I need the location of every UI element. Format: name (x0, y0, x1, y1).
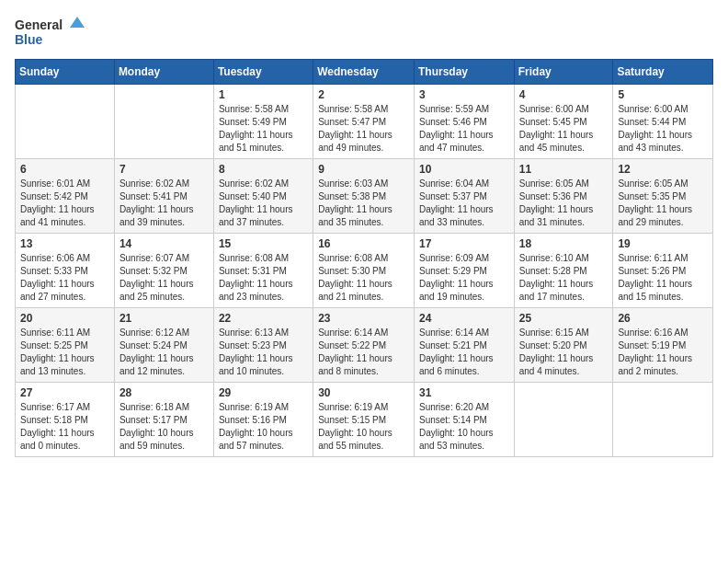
cell-info: Daylight: 11 hours and 45 minutes. (519, 129, 609, 155)
day-number: 24 (419, 312, 509, 325)
day-number: 28 (119, 386, 209, 399)
cell-info: Sunrise: 6:19 AM (318, 401, 409, 414)
cell-info: Sunset: 5:21 PM (419, 339, 509, 352)
cell-info: Sunset: 5:18 PM (20, 414, 109, 427)
calendar-cell: 10Sunrise: 6:04 AMSunset: 5:37 PMDayligh… (414, 159, 514, 234)
cell-info: Sunset: 5:17 PM (119, 414, 209, 427)
header-row: SundayMondayTuesdayWednesdayThursdayFrid… (16, 60, 713, 85)
day-number: 16 (318, 237, 409, 250)
cell-info: Daylight: 11 hours and 43 minutes. (618, 129, 708, 155)
calendar-week-3: 13Sunrise: 6:06 AMSunset: 5:33 PMDayligh… (16, 234, 713, 308)
calendar-cell: 31Sunrise: 6:20 AMSunset: 5:14 PMDayligh… (414, 383, 514, 457)
cell-info: Daylight: 11 hours and 33 minutes. (419, 203, 509, 229)
calendar-cell: 20Sunrise: 6:11 AMSunset: 5:25 PMDayligh… (16, 308, 115, 383)
logo-svg: General Blue (15, 15, 88, 52)
cell-info: Sunrise: 6:02 AM (219, 178, 308, 190)
calendar-cell: 2Sunrise: 5:58 AMSunset: 5:47 PMDaylight… (313, 85, 415, 159)
cell-info: Sunrise: 6:04 AM (419, 178, 509, 190)
calendar-cell: 28Sunrise: 6:18 AMSunset: 5:17 PMDayligh… (114, 383, 213, 457)
cell-info: Sunset: 5:46 PM (419, 116, 509, 129)
day-number: 9 (318, 163, 409, 176)
day-number: 27 (20, 386, 109, 399)
cell-info: Daylight: 11 hours and 29 minutes. (618, 203, 708, 229)
cell-info: Sunset: 5:26 PM (618, 265, 708, 278)
cell-info: Sunrise: 6:11 AM (618, 252, 708, 265)
cell-info: Sunset: 5:49 PM (219, 116, 308, 129)
cell-info: Daylight: 11 hours and 4 minutes. (519, 352, 609, 378)
calendar-cell: 18Sunrise: 6:10 AMSunset: 5:28 PMDayligh… (514, 234, 613, 308)
cell-info: Daylight: 11 hours and 47 minutes. (419, 129, 509, 155)
cell-info: Sunset: 5:30 PM (318, 265, 409, 278)
cell-info: Daylight: 11 hours and 27 minutes. (20, 278, 109, 304)
cell-info: Daylight: 11 hours and 23 minutes. (219, 278, 308, 304)
day-number: 12 (618, 163, 708, 176)
cell-info: Daylight: 11 hours and 17 minutes. (519, 278, 609, 304)
day-number: 11 (519, 163, 609, 176)
cell-info: Sunset: 5:23 PM (219, 339, 308, 352)
day-number: 1 (219, 88, 308, 101)
cell-info: Sunrise: 6:17 AM (20, 401, 109, 414)
cell-info: Sunrise: 6:03 AM (318, 178, 409, 190)
cell-info: Sunrise: 6:02 AM (119, 178, 209, 190)
cell-info: Sunrise: 6:06 AM (20, 252, 109, 265)
cell-info: Sunset: 5:28 PM (519, 265, 609, 278)
day-number: 15 (219, 237, 308, 250)
day-number: 31 (419, 386, 509, 399)
day-number: 22 (219, 312, 308, 325)
cell-info: Sunrise: 6:19 AM (219, 401, 308, 414)
logo: General Blue (15, 15, 88, 52)
cell-info: Sunrise: 6:10 AM (519, 252, 609, 265)
header-day-sunday: Sunday (16, 60, 115, 85)
header-day-wednesday: Wednesday (313, 60, 415, 85)
calendar-cell: 19Sunrise: 6:11 AMSunset: 5:26 PMDayligh… (613, 234, 713, 308)
day-number: 30 (318, 386, 409, 399)
cell-info: Sunrise: 6:07 AM (119, 252, 209, 265)
cell-info: Sunset: 5:16 PM (219, 414, 308, 427)
calendar-week-5: 27Sunrise: 6:17 AMSunset: 5:18 PMDayligh… (16, 383, 713, 457)
calendar-table: SundayMondayTuesdayWednesdayThursdayFrid… (15, 59, 713, 457)
cell-info: Daylight: 10 hours and 59 minutes. (119, 427, 209, 453)
calendar-cell: 9Sunrise: 6:03 AMSunset: 5:38 PMDaylight… (313, 159, 415, 234)
cell-info: Daylight: 11 hours and 25 minutes. (119, 278, 209, 304)
cell-info: Sunrise: 6:01 AM (20, 178, 109, 190)
day-number: 20 (20, 312, 109, 325)
cell-info: Sunset: 5:19 PM (618, 339, 708, 352)
day-number: 3 (419, 88, 509, 101)
calendar-cell: 1Sunrise: 5:58 AMSunset: 5:49 PMDaylight… (213, 85, 313, 159)
cell-info: Daylight: 11 hours and 0 minutes. (20, 427, 109, 453)
cell-info: Sunset: 5:20 PM (519, 339, 609, 352)
cell-info: Sunset: 5:15 PM (318, 414, 409, 427)
header-day-thursday: Thursday (414, 60, 514, 85)
calendar-cell: 25Sunrise: 6:15 AMSunset: 5:20 PMDayligh… (514, 308, 613, 383)
cell-info: Daylight: 11 hours and 51 minutes. (219, 129, 308, 155)
day-number: 19 (618, 237, 708, 250)
cell-info: Daylight: 11 hours and 2 minutes. (618, 352, 708, 378)
cell-info: Sunrise: 6:20 AM (419, 401, 509, 414)
calendar-cell: 22Sunrise: 6:13 AMSunset: 5:23 PMDayligh… (213, 308, 313, 383)
cell-info: Sunrise: 6:14 AM (419, 327, 509, 339)
calendar-cell (613, 383, 713, 457)
cell-info: Sunset: 5:40 PM (219, 190, 308, 203)
day-number: 17 (419, 237, 509, 250)
calendar-week-4: 20Sunrise: 6:11 AMSunset: 5:25 PMDayligh… (16, 308, 713, 383)
cell-info: Sunrise: 6:09 AM (419, 252, 509, 265)
cell-info: Sunrise: 5:59 AM (419, 103, 509, 116)
cell-info: Daylight: 11 hours and 15 minutes. (618, 278, 708, 304)
svg-text:Blue: Blue (15, 32, 43, 47)
calendar-cell (114, 85, 213, 159)
calendar-cell: 27Sunrise: 6:17 AMSunset: 5:18 PMDayligh… (16, 383, 115, 457)
cell-info: Daylight: 11 hours and 10 minutes. (219, 352, 308, 378)
cell-info: Daylight: 11 hours and 31 minutes. (519, 203, 609, 229)
calendar-cell: 6Sunrise: 6:01 AMSunset: 5:42 PMDaylight… (16, 159, 115, 234)
day-number: 5 (618, 88, 708, 101)
cell-info: Daylight: 11 hours and 35 minutes. (318, 203, 409, 229)
cell-info: Sunrise: 5:58 AM (318, 103, 409, 116)
cell-info: Sunset: 5:24 PM (119, 339, 209, 352)
cell-info: Sunrise: 6:13 AM (219, 327, 308, 339)
cell-info: Daylight: 11 hours and 6 minutes. (419, 352, 509, 378)
svg-marker-2 (70, 17, 85, 28)
cell-info: Sunset: 5:33 PM (20, 265, 109, 278)
cell-info: Sunrise: 6:05 AM (618, 178, 708, 190)
header-day-monday: Monday (114, 60, 213, 85)
day-number: 26 (618, 312, 708, 325)
